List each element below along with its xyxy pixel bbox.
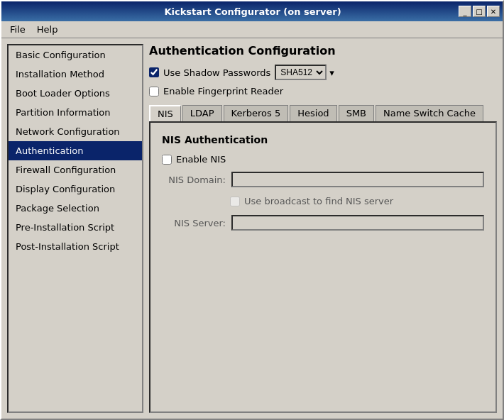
sidebar: Basic Configuration Installation Method … — [7, 44, 143, 413]
tab-ldap[interactable]: LDAP — [182, 105, 222, 121]
sidebar-item-authentication[interactable]: Authentication — [9, 141, 142, 160]
use-broadcast-row: Use broadcast to find NIS server — [230, 196, 484, 206]
use-broadcast-label: Use broadcast to find NIS server — [244, 196, 393, 206]
menu-file[interactable]: File — [4, 23, 31, 36]
nis-domain-input[interactable] — [231, 172, 484, 187]
fingerprint-label: Enable Fingerprint Reader — [163, 86, 283, 96]
nis-domain-label: NIS Domain: — [162, 175, 226, 185]
nis-server-input[interactable] — [231, 215, 484, 231]
tabs-container: NIS LDAP Kerberos 5 Hesiod SMB Name Swit… — [149, 105, 497, 413]
chevron-down-icon: ▾ — [329, 67, 334, 78]
tabs-header: NIS LDAP Kerberos 5 Hesiod SMB Name Swit… — [149, 105, 497, 121]
sidebar-item-boot-loader-options[interactable]: Boot Loader Options — [9, 84, 142, 103]
tab-nis[interactable]: NIS — [149, 105, 181, 121]
shadow-passwords-checkbox[interactable] — [149, 67, 159, 77]
minimize-button[interactable]: _ — [459, 6, 471, 17]
sidebar-item-package-selection[interactable]: Package Selection — [9, 199, 142, 218]
tab-hesiod[interactable]: Hesiod — [290, 105, 336, 121]
menubar: File Help — [1, 21, 503, 38]
tab-name-switch-cache[interactable]: Name Switch Cache — [376, 105, 483, 121]
shadow-passwords-row: Use Shadow Passwords SHA512 SHA256 MD5 ▾ — [149, 65, 497, 80]
shadow-passwords-label: Use Shadow Passwords — [163, 67, 270, 78]
nis-server-label: NIS Server: — [162, 218, 226, 228]
sidebar-item-basic-configuration[interactable]: Basic Configuration — [9, 45, 142, 65]
nis-server-row: NIS Server: — [162, 215, 484, 231]
sidebar-item-network-configuration[interactable]: Network Configuration — [9, 122, 142, 141]
tab-kerberos5[interactable]: Kerberos 5 — [224, 105, 289, 121]
nis-domain-row: NIS Domain: — [162, 172, 484, 187]
tab-content-nis: NIS Authentication Enable NIS NIS Domain… — [149, 121, 497, 413]
maximize-button[interactable]: □ — [473, 6, 486, 17]
section-title: Authentication Configuration — [149, 44, 497, 57]
sidebar-item-display-configuration[interactable]: Display Configuration — [9, 179, 142, 199]
enable-nis-label: Enable NIS — [176, 154, 226, 165]
sidebar-item-post-installation-script[interactable]: Post-Installation Script — [9, 237, 142, 256]
enable-nis-row: Enable NIS — [162, 154, 484, 165]
sidebar-item-firewall-configuration[interactable]: Firewall Configuration — [9, 160, 142, 179]
window-title: Kickstart Configurator (on server) — [47, 6, 459, 17]
nis-section-title: NIS Authentication — [162, 134, 484, 145]
titlebar-buttons: _ □ ✕ — [459, 6, 500, 17]
sha-select[interactable]: SHA512 SHA256 MD5 — [275, 65, 327, 80]
enable-nis-checkbox[interactable] — [162, 155, 172, 165]
use-broadcast-checkbox[interactable] — [230, 197, 240, 206]
menu-help[interactable]: Help — [31, 23, 64, 36]
content-area: Authentication Configuration Use Shadow … — [149, 44, 497, 413]
tab-smb[interactable]: SMB — [339, 105, 374, 121]
fingerprint-checkbox[interactable] — [149, 87, 159, 96]
sidebar-item-pre-installation-script[interactable]: Pre-Installation Script — [9, 218, 142, 237]
titlebar: Kickstart Configurator (on server) _ □ ✕ — [1, 1, 503, 21]
main-content: Basic Configuration Installation Method … — [1, 38, 503, 419]
main-window: Kickstart Configurator (on server) _ □ ✕… — [0, 0, 504, 420]
fingerprint-row: Enable Fingerprint Reader — [149, 86, 497, 96]
sidebar-item-installation-method[interactable]: Installation Method — [9, 65, 142, 84]
sidebar-item-partition-information[interactable]: Partition Information — [9, 103, 142, 122]
close-button[interactable]: ✕ — [487, 6, 500, 17]
